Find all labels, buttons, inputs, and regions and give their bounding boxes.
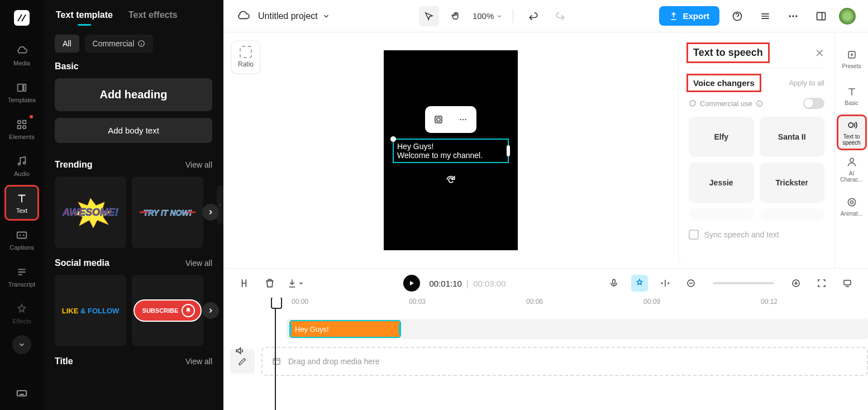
rnav-basic[interactable]: Basic [837, 78, 866, 113]
canvas-container: Ratio Hey Guys! Welcome to my channel. [223, 32, 678, 268]
nav-elements[interactable]: Elements [5, 112, 39, 146]
voice-more[interactable] [760, 208, 825, 220]
svg-rect-31 [613, 279, 616, 284]
far-right-nav: Presets Basic Text to speech AI Charac..… [834, 32, 868, 268]
text-clip[interactable]: Hey Guys! [289, 320, 401, 338]
svg-rect-5 [18, 126, 21, 129]
hand-tool[interactable] [446, 6, 466, 26]
split-mode-button[interactable] [657, 275, 674, 292]
video-preview[interactable]: Hey Guys! Welcome to my channel. [384, 50, 518, 250]
nav-transcript[interactable]: Transcript [5, 259, 39, 294]
title-view-all[interactable]: View all [185, 357, 212, 366]
template-like-follow[interactable]: LIKE & FOLLOW [55, 275, 126, 346]
commercial-toggle[interactable] [803, 98, 824, 109]
sync-label: Sync speech and text [704, 230, 779, 239]
redo-button[interactable] [550, 6, 570, 26]
cloud-sync-icon[interactable] [236, 9, 250, 23]
filter-all[interactable]: All [55, 35, 79, 53]
more-button[interactable] [783, 6, 803, 26]
rnav-presets[interactable]: Presets [837, 41, 866, 76]
add-body-text-button[interactable]: Add body text [55, 118, 212, 143]
rnav-animation[interactable]: Animat... [837, 189, 866, 223]
nav-label: Text [16, 207, 27, 214]
download-button[interactable] [287, 275, 304, 292]
svg-point-23 [462, 119, 464, 120]
ratio-button[interactable]: Ratio [231, 40, 260, 74]
social-next-button[interactable] [202, 302, 219, 319]
user-avatar[interactable] [839, 8, 856, 25]
delete-button[interactable] [261, 275, 278, 292]
auto-captions-button[interactable] [631, 275, 648, 292]
play-button[interactable] [403, 275, 420, 292]
cloud-icon [15, 44, 28, 58]
nav-audio[interactable]: Audio [5, 149, 39, 183]
media-drop-zone[interactable]: Drag and drop media here [261, 347, 868, 376]
select-tool[interactable] [419, 6, 439, 26]
filter-commercial[interactable]: Commercial [85, 35, 154, 53]
nav-captions[interactable]: Captions [5, 222, 39, 257]
zoom-slider[interactable] [713, 282, 774, 284]
social-view-all[interactable]: View all [185, 259, 212, 268]
app-logo[interactable] [13, 9, 31, 27]
export-button[interactable]: Export [659, 6, 719, 26]
tab-text-effects[interactable]: Text effects [128, 10, 178, 26]
layers-button[interactable] [755, 6, 775, 26]
resize-handle[interactable] [507, 145, 510, 156]
sync-checkbox[interactable] [689, 230, 699, 240]
nav-label: Elements [9, 134, 35, 140]
refresh-button[interactable] [443, 172, 459, 188]
trending-view-all[interactable]: View all [185, 160, 212, 169]
voice-elfy[interactable]: Elfy [689, 117, 754, 157]
split-button[interactable] [236, 275, 252, 292]
rnav-text-to-speech[interactable]: Text to speech [837, 115, 866, 150]
zoom-out-button[interactable] [683, 275, 699, 292]
voice-more[interactable] [689, 208, 754, 220]
nav-templates[interactable]: Templates [5, 75, 39, 109]
far-left-nav: Media Templates Elements Audio Text Capt… [0, 0, 44, 410]
clip-handle[interactable] [289, 323, 292, 335]
text-track[interactable]: Hey Guys! [286, 319, 868, 339]
preview-button[interactable] [839, 275, 856, 292]
clip-handle[interactable] [399, 323, 401, 335]
help-button[interactable] [727, 6, 747, 26]
audio-icon [15, 155, 28, 168]
playhead[interactable] [275, 298, 276, 410]
trending-next-button[interactable] [202, 204, 219, 221]
nav-label: Audio [14, 170, 30, 177]
timeline-body[interactable]: 00:00 00:03 00:06 00:09 00:12 Hey Guys! [223, 298, 868, 410]
panel-scroll[interactable]: Basic Add heading Add body text Trending… [44, 61, 223, 410]
voice-jessie[interactable]: Jessie [689, 163, 754, 203]
voice-santa-ii[interactable]: Santa II [760, 117, 825, 157]
tab-text-template[interactable]: Text template [56, 10, 113, 26]
voice-trickster[interactable]: Trickster [760, 163, 825, 203]
nav-media[interactable]: Media [5, 38, 39, 73]
add-heading-button[interactable]: Add heading [55, 78, 212, 111]
canvas-stage[interactable]: Hey Guys! Welcome to my channel. [223, 32, 678, 268]
close-button[interactable]: ✕ [815, 46, 824, 60]
keyboard-shortcuts-button[interactable] [13, 384, 31, 402]
drop-hint: Drag and drop media here [288, 357, 379, 366]
timeline-ruler[interactable]: 00:00 00:03 00:06 00:09 00:12 [286, 298, 868, 314]
collapse-panel-handle[interactable] [217, 185, 223, 225]
fit-button[interactable] [813, 275, 830, 292]
template-subscribe[interactable]: SUBSCRIBE [132, 275, 203, 346]
text-more-button[interactable] [452, 108, 474, 131]
template-awesome[interactable]: AWESOME! [55, 177, 126, 248]
project-title[interactable]: Untitled project [258, 11, 330, 21]
mute-track-button[interactable] [231, 342, 248, 359]
canvas-text-box[interactable]: Hey Guys! Welcome to my channel. [393, 139, 509, 163]
nav-effects[interactable]: Effects [5, 296, 39, 331]
template-try-it-now[interactable]: TRY IT NOW! [132, 177, 203, 248]
nav-expand-button[interactable] [12, 335, 31, 354]
mic-button[interactable] [605, 275, 622, 292]
resize-handle[interactable] [390, 136, 396, 142]
apply-to-all-button[interactable]: Apply to all [789, 79, 824, 87]
panel-toggle-button[interactable] [811, 6, 831, 26]
svg-point-6 [23, 126, 26, 129]
text-edit-button[interactable] [427, 108, 450, 131]
zoom-in-button[interactable] [788, 275, 804, 292]
zoom-level[interactable]: 100% [473, 11, 503, 21]
nav-text[interactable]: Text [5, 185, 39, 220]
undo-button[interactable] [523, 6, 543, 26]
rnav-ai-character[interactable]: AI Charac... [837, 152, 866, 187]
